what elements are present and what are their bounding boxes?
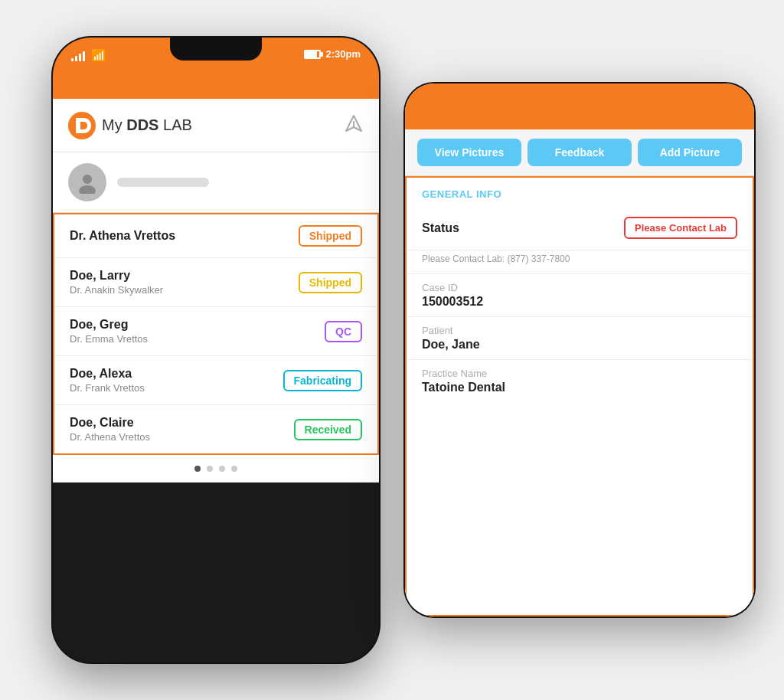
pagination-dot-2[interactable] [207,466,213,472]
svg-point-4 [79,185,96,194]
status-badge-red: Please Contact Lab [624,217,737,239]
status-badge-3: Fabricating [283,370,362,391]
case-id-value: 150003512 [422,295,737,309]
add-picture-button[interactable]: Add Picture [638,139,742,166]
status-left: 📶 [71,48,106,63]
patient-value: Doe, Jane [422,338,737,352]
battery-icon [304,50,321,59]
status-row: Status Please Contact Lab [407,206,753,250]
status-badge-2: QC [325,321,362,342]
time-display: 2:30pm [325,48,361,60]
patient-name-3: Doe, Alexa [70,367,145,381]
case-item-2[interactable]: Doe, Greg Dr. Emma Vrettos QC [54,307,377,356]
status-badge-1: Shipped [299,272,362,293]
avatar [68,163,106,201]
pagination-dot-4[interactable] [231,466,237,472]
action-buttons-row: View Pictures Feedback Add Picture [405,129,754,176]
signal-icon [71,51,85,61]
send-icon[interactable] [344,113,364,138]
phone-main: 📶 2:30pm [51,36,381,664]
app-header: My DDS LAB [53,99,379,152]
status-right: 2:30pm [304,48,361,60]
app-name: My DDS LAB [102,116,192,134]
user-name-placeholder [117,178,209,187]
user-row [53,152,379,213]
patient-row: Patient Doe, Jane [407,317,753,360]
patient-label: Patient [422,325,737,336]
doctor-name-3: Dr. Frank Vrettos [70,382,145,394]
doctor-name-2: Dr. Emma Vrettos [70,333,148,345]
feedback-button[interactable]: Feedback [528,139,632,166]
phone-main-screen: 📶 2:30pm [53,38,379,662]
detail-content: GENERAL INFO Status Please Contact Lab P… [405,176,754,617]
scene: 📶 2:30pm [28,21,756,679]
practice-label: Practice Name [422,368,737,379]
patient-name-2: Doe, Greg [70,318,148,332]
status-badge-0: Shipped [299,225,362,247]
case-id-label: Case ID [422,282,737,293]
case-item-0[interactable]: Dr. Athena Vrettos Shipped [54,214,377,258]
logo-area: My DDS LAB [68,112,192,139]
wifi-icon: 📶 [91,48,106,63]
detail-header [405,83,754,129]
pagination [53,455,379,482]
status-badge-4: Received [294,419,362,440]
case-item-3[interactable]: Doe, Alexa Dr. Frank Vrettos Fabricating [54,356,377,405]
patient-name-0: Dr. Athena Vrettos [70,229,175,243]
patient-name-1: Doe, Larry [70,269,163,283]
phone-detail: View Pictures Feedback Add Picture GENER… [403,82,756,618]
practice-value: Tatoine Dental [422,381,737,394]
pagination-dot-3[interactable] [219,466,225,472]
doctor-name-1: Dr. Anakin Skywalker [70,284,163,296]
practice-row: Practice Name Tatoine Dental [407,360,753,402]
notch [170,38,262,61]
doctor-name-4: Dr. Athena Vrettos [70,431,150,443]
status-field-label: Status [422,221,459,235]
general-info-header: GENERAL INFO [407,178,753,206]
logo-icon [68,112,96,139]
contact-info: Please Contact Lab: (877) 337-7800 [407,250,753,274]
case-id-row: Case ID 150003512 [407,274,753,317]
svg-point-3 [83,175,92,184]
case-item-1[interactable]: Doe, Larry Dr. Anakin Skywalker Shipped [54,258,377,307]
pagination-dot-1[interactable] [194,466,201,472]
view-pictures-button[interactable]: View Pictures [417,139,521,166]
case-item-4[interactable]: Doe, Claire Dr. Athena Vrettos Received [54,405,377,453]
phone-detail-screen: View Pictures Feedback Add Picture GENER… [405,83,754,617]
case-list: Dr. Athena Vrettos Shipped Doe, Larry Dr… [53,213,379,455]
patient-name-4: Doe, Claire [70,416,150,430]
